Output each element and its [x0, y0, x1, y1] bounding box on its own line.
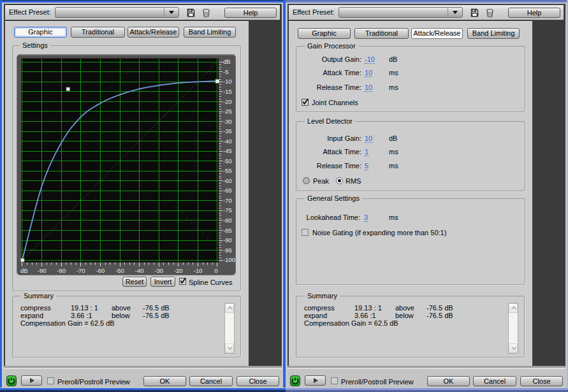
svg-text:-90: -90: [38, 267, 47, 274]
svg-text:-95: -95: [223, 247, 232, 254]
svg-text:-40: -40: [135, 267, 144, 274]
svg-text:-10: -10: [223, 78, 232, 85]
svg-text:-5: -5: [223, 68, 228, 75]
svg-text:-10: -10: [194, 267, 203, 274]
svg-text:-45: -45: [223, 147, 232, 154]
svg-text:-20: -20: [223, 98, 232, 105]
svg-text:-35: -35: [223, 127, 232, 134]
svg-text:-85: -85: [223, 227, 232, 234]
svg-text:-40: -40: [223, 138, 232, 145]
svg-text:-75: -75: [223, 207, 232, 214]
svg-text:-90: -90: [223, 236, 232, 243]
svg-text:-30: -30: [223, 118, 232, 125]
svg-text:dB: dB: [223, 58, 231, 65]
svg-text:-100: -100: [223, 256, 235, 263]
svg-text:-70: -70: [223, 197, 232, 204]
svg-text:-15: -15: [223, 88, 232, 95]
svg-text:-80: -80: [57, 267, 66, 274]
svg-text:-65: -65: [223, 187, 232, 194]
svg-text:-50: -50: [223, 157, 232, 164]
svg-text:-60: -60: [96, 267, 105, 274]
svg-text:-70: -70: [76, 267, 85, 274]
svg-text:0: 0: [214, 267, 217, 274]
svg-text:dB: dB: [20, 267, 28, 274]
svg-text:-30: -30: [154, 267, 163, 274]
svg-text:-20: -20: [174, 267, 183, 274]
svg-text:-25: -25: [223, 108, 232, 115]
svg-text:-60: -60: [223, 177, 232, 184]
svg-text:-55: -55: [223, 167, 232, 174]
svg-text:-80: -80: [223, 217, 232, 224]
svg-text:-50: -50: [115, 267, 124, 274]
